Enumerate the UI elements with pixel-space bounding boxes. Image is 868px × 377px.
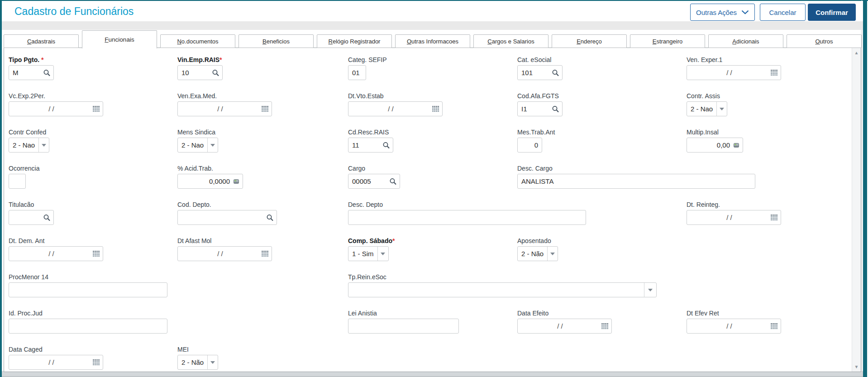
tab-rel-gio-registrador[interactable]: Relógio Registrador xyxy=(317,34,392,48)
comp-sabado-input[interactable]: 1 - Sim xyxy=(348,246,389,261)
eraser-icon[interactable] xyxy=(733,142,740,149)
cargo-input[interactable]: 00005 xyxy=(348,174,400,189)
ven-exa-med-input[interactable]: / / xyxy=(177,101,272,116)
caret-down-icon[interactable] xyxy=(207,355,218,369)
tab-mnemonic: C xyxy=(27,38,31,45)
acid-trab-input[interactable]: 0,0000 xyxy=(177,174,243,189)
tab-cadastrais[interactable]: Cadastrais xyxy=(4,34,79,48)
dt-efev-ret-input[interactable]: / / xyxy=(687,319,781,334)
ven-exper1-input[interactable]: / / xyxy=(687,65,781,80)
tab-adicionais[interactable]: Adicionais xyxy=(708,34,783,48)
search-icon[interactable] xyxy=(382,141,390,149)
search-icon[interactable] xyxy=(552,69,559,76)
caret-shape xyxy=(720,108,724,110)
multip-insal-input[interactable]: 0,00 xyxy=(687,138,743,153)
search-icon[interactable] xyxy=(266,214,274,221)
calendar-icon[interactable] xyxy=(771,215,778,221)
desc-depto-input[interactable] xyxy=(348,210,586,225)
dt-vto-estab-field-group: Dt.Vto.Estab/ / xyxy=(348,92,443,116)
dt-vto-estab-input[interactable]: / / xyxy=(348,101,443,116)
mes-trab-ant-input[interactable]: 0 xyxy=(517,138,542,153)
ven-exper1-label: Ven. Exper.1 xyxy=(687,56,781,65)
desc-cargo-input[interactable]: ANALISTA xyxy=(517,174,755,189)
contr-confed-input[interactable]: 2 - Nao xyxy=(9,138,49,153)
calendar-icon[interactable] xyxy=(262,251,269,257)
calendar-icon[interactable] xyxy=(432,106,439,112)
cod-afa-fgts-input[interactable]: I1 xyxy=(517,101,563,116)
mens-sindica-input[interactable]: 2 - Nao xyxy=(177,138,218,153)
confirm-button[interactable]: Confirmar xyxy=(808,4,856,21)
tab-mnemonic: E xyxy=(577,38,581,45)
other-actions-button[interactable]: Outras Ações xyxy=(690,4,755,21)
calendar-icon[interactable] xyxy=(262,106,269,112)
contr-assis-input[interactable]: 2 - Nao xyxy=(687,101,727,116)
dt-vto-estab-value: / / xyxy=(348,105,442,113)
lei-anistia-input[interactable] xyxy=(348,319,459,334)
vin-emp-rais-input[interactable]: 10 xyxy=(177,65,223,80)
multip-insal-label: Multip.Insal xyxy=(687,129,743,138)
titulacao-input[interactable] xyxy=(9,210,54,225)
search-icon[interactable] xyxy=(43,69,51,76)
caret-down-icon[interactable] xyxy=(547,247,558,261)
ocorrencia-input[interactable] xyxy=(9,174,26,189)
calendar-icon[interactable] xyxy=(601,323,609,329)
dt-afast-mol-input[interactable]: / / xyxy=(177,246,272,261)
tab-outras-informacoes[interactable]: Outras Informacoes xyxy=(395,34,470,48)
dt-dem-ant-input[interactable]: / / xyxy=(9,246,103,261)
tp-rein-esoc-label: Tp.Rein.eSoc xyxy=(348,273,657,282)
cod-depto-label: Cod. Depto. xyxy=(177,201,277,210)
ocorrencia-field-group: Ocorrencia xyxy=(9,165,39,189)
tipo-pgto-input[interactable]: M xyxy=(9,65,54,80)
tab-funcionais[interactable]: Funcionais xyxy=(82,30,157,48)
search-icon[interactable] xyxy=(212,69,219,76)
caret-down-icon[interactable] xyxy=(207,138,218,152)
ven-exper1-value: / / xyxy=(687,69,781,76)
vertical-scrollbar[interactable]: ▲ ▼ xyxy=(852,48,861,372)
dt-afast-mol-label: Dt Afast Mol xyxy=(177,237,272,246)
scroll-up-icon[interactable]: ▲ xyxy=(852,50,861,55)
cod-depto-input[interactable] xyxy=(177,210,277,225)
eraser-icon[interactable] xyxy=(233,178,240,185)
vin-emp-rais-label: Vin.Emp.RAIS* xyxy=(177,56,223,65)
categ-sefip-input[interactable]: 01 xyxy=(348,65,366,80)
caret-shape xyxy=(210,361,215,364)
search-icon[interactable] xyxy=(552,105,559,113)
mei-input[interactable]: 2 - Não xyxy=(177,355,218,370)
procmenor-14-input[interactable] xyxy=(9,282,167,297)
cat-esocial-input[interactable]: 101 xyxy=(517,65,563,80)
aposentado-input[interactable]: 2 - Não xyxy=(517,246,558,261)
tp-rein-esoc-input[interactable] xyxy=(348,282,657,297)
dt-efev-ret-field-group: Dt Efev Ret/ / xyxy=(687,310,781,334)
ven-exa-med-value: / / xyxy=(178,105,272,113)
search-icon[interactable] xyxy=(43,214,51,221)
calendar-icon[interactable] xyxy=(771,70,778,76)
id-proc-jud-input[interactable] xyxy=(9,319,167,334)
chevron-down-icon xyxy=(741,10,749,14)
calendar-icon[interactable] xyxy=(93,106,100,112)
mei-field-group: MEI2 - Não xyxy=(177,346,218,370)
caret-down-icon[interactable] xyxy=(38,138,49,152)
tab-cargos-e-salarios[interactable]: Cargos e Salarios xyxy=(473,34,548,48)
data-efeito-input[interactable]: / / xyxy=(517,319,612,334)
cancel-button[interactable]: Cancelar xyxy=(760,4,806,21)
tab-outros[interactable]: Outros xyxy=(787,34,862,48)
page-title: Cadastro de Funcionários xyxy=(14,5,134,18)
tab-no-documentos[interactable]: No.documentos xyxy=(160,34,235,48)
employee-registration-window: Cadastro de Funcionários Outras Ações Ca… xyxy=(0,0,868,377)
dt-reinteg-input[interactable]: / / xyxy=(687,210,781,225)
scroll-down-icon[interactable]: ▼ xyxy=(852,364,861,369)
tab-beneficios[interactable]: Beneficios xyxy=(238,34,314,48)
tab-estrangeiro[interactable]: Estrangeiro xyxy=(630,34,705,48)
caret-down-icon[interactable] xyxy=(644,283,656,297)
vc-exp-2per-input[interactable]: / / xyxy=(9,101,103,116)
cd-resc-rais-input[interactable]: 11 xyxy=(348,138,393,153)
tab-endere-o[interactable]: Endereço xyxy=(552,34,627,48)
contr-confed-field-group: Contr Confed2 - Nao xyxy=(9,129,49,153)
caret-down-icon[interactable] xyxy=(377,247,388,261)
search-icon[interactable] xyxy=(389,177,397,185)
caret-down-icon[interactable] xyxy=(716,102,727,116)
calendar-icon[interactable] xyxy=(93,251,100,257)
data-caged-input[interactable]: / / xyxy=(9,355,103,370)
calendar-icon[interactable] xyxy=(93,359,100,366)
calendar-icon[interactable] xyxy=(771,323,778,329)
